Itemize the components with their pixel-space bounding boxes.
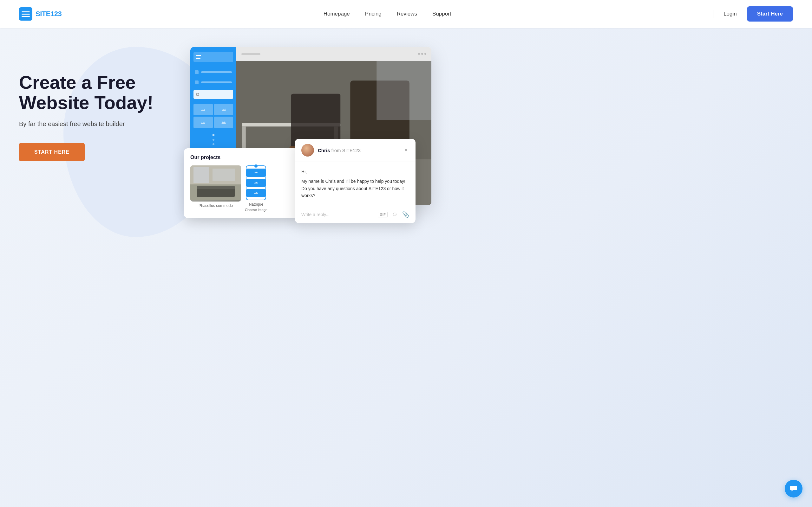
hero-left: Create a Free Website Today! By far the … (19, 47, 171, 161)
project-item-1: Phasellus commodo (190, 165, 241, 208)
nav-links: Homepage Pricing Reviews Support (323, 11, 451, 17)
logo-text: SITE123 (36, 10, 61, 18)
sidebar-checkbox-1 (195, 70, 199, 74)
gif-button[interactable]: GIF (378, 212, 387, 217)
logo-link[interactable]: SITE123 (19, 7, 61, 20)
logo-icon (19, 7, 32, 20)
sidebar-thumb-1 (194, 104, 213, 115)
emoji-button[interactable]: ☺ (392, 211, 398, 218)
upload-icon-2 (253, 181, 258, 185)
mountain-icon-2 (221, 107, 226, 112)
projects-card-title: Our projects (190, 155, 292, 160)
hero-title: Create a Free Website Today! (19, 72, 171, 113)
login-link[interactable]: Login (723, 11, 737, 17)
dot-3 (424, 53, 426, 55)
svg-rect-11 (376, 61, 432, 120)
project-label-2: Natoque (249, 202, 263, 207)
projects-list: Phasellus commodo (190, 165, 292, 212)
upload-btn-3[interactable] (247, 189, 265, 197)
thumb-dot (254, 164, 258, 168)
nav-reviews[interactable]: Reviews (397, 11, 417, 17)
chat-agent-name: Chris from SITE123 (318, 148, 399, 153)
avatar-face (301, 144, 314, 157)
chat-footer: Write a reply... GIF ☺ 📎 (295, 206, 415, 223)
sidebar-logo-lines (196, 55, 201, 59)
chat-input-placeholder: Write a reply... (301, 212, 378, 217)
svg-rect-18 (197, 186, 235, 189)
sidebar-nav-dots (194, 134, 233, 145)
sidebar-checkbox-2 (195, 80, 199, 84)
upload-buttons (247, 169, 265, 197)
sidebar-thumb-2 (214, 104, 234, 115)
top-bar-line-1 (241, 53, 260, 55)
sidebar-row-1 (194, 68, 233, 76)
svg-rect-19 (790, 486, 797, 490)
choose-image-label: Choose image (245, 208, 267, 212)
upload-btn-2[interactable] (247, 179, 265, 187)
sidebar-thumb-4 (214, 117, 234, 128)
project-item-2: Natoque Choose image (245, 165, 267, 212)
chat-message-text: My name is Chris and I'll be happy to he… (301, 178, 409, 199)
mountain-icon-3 (200, 120, 206, 124)
navbar: SITE123 Homepage Pricing Reviews Support… (0, 0, 812, 28)
project-thumb-1 (190, 165, 241, 202)
upload-btn-1[interactable] (247, 169, 265, 177)
chat-header: Chris from SITE123 × (295, 139, 415, 162)
hero-right: Our projects (171, 47, 793, 275)
hero-section: Create a Free Website Today! By far the … (0, 28, 812, 507)
chat-header-info: Chris from SITE123 (318, 148, 399, 153)
preview-top-bar (236, 47, 432, 61)
top-bar-dots (418, 53, 426, 55)
sidebar-search[interactable] (194, 90, 233, 99)
sidebar-row-2 (194, 78, 233, 86)
chat-bubble-button[interactable] (785, 480, 803, 498)
project-thumb-2 (246, 165, 266, 200)
sidebar-grid (194, 104, 233, 128)
nav-divider (713, 10, 713, 18)
chat-avatar (301, 144, 314, 157)
chat-close-button[interactable]: × (403, 147, 409, 153)
upload-icon-3 (253, 191, 258, 195)
chat-bubble-icon (790, 486, 798, 492)
mountain-icon-4 (221, 120, 226, 124)
chat-greeting: Hi, (301, 168, 409, 175)
nav-support[interactable]: Support (432, 11, 451, 17)
attach-button[interactable]: 📎 (402, 211, 409, 218)
chat-actions: GIF ☺ 📎 (378, 211, 409, 218)
upload-icon-1 (253, 171, 258, 175)
svg-rect-15 (194, 167, 209, 183)
chat-card: Chris from SITE123 × Hi, My name is Chri… (295, 139, 415, 223)
nav-homepage[interactable]: Homepage (323, 11, 350, 17)
projects-card: Our projects (184, 148, 298, 218)
nav-pricing[interactable]: Pricing (365, 11, 382, 17)
sidebar-bar-2 (201, 81, 232, 83)
start-here-nav-button[interactable]: Start Here (747, 6, 793, 21)
sidebar-logo-area (194, 52, 233, 62)
mountain-icon-1 (200, 107, 206, 112)
project-interior-svg (190, 165, 241, 200)
project-label-1: Phasellus commodo (199, 204, 233, 208)
hero-subtitle: By far the easiest free website builder (19, 120, 171, 128)
chat-body: Hi, My name is Chris and I'll be happy t… (295, 162, 415, 206)
dot-1 (418, 53, 420, 55)
sidebar-bar-1 (201, 71, 232, 73)
nav-right: Login Start Here (713, 6, 793, 21)
thumb-interior-1 (190, 165, 241, 202)
search-icon (196, 93, 199, 96)
sidebar-thumb-3 (194, 117, 213, 128)
svg-rect-16 (212, 169, 235, 181)
start-here-hero-button[interactable]: START HERE (19, 143, 85, 161)
dot-2 (421, 53, 423, 55)
